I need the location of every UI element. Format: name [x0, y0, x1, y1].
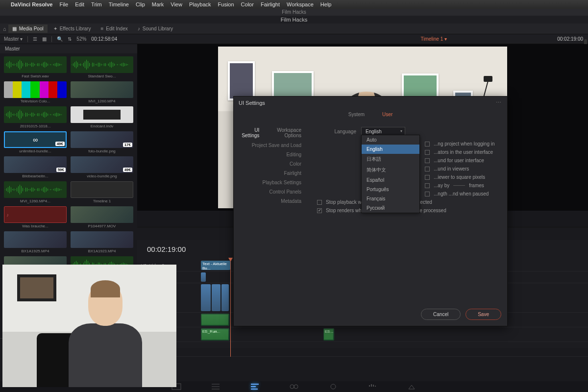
menu-fairlight[interactable]: Fairlight — [261, 1, 280, 7]
clip-audio[interactable] — [201, 314, 229, 326]
clip-video[interactable] — [201, 272, 206, 282]
side-panels[interactable]: Control Panels — [234, 187, 307, 196]
media-thumbnail[interactable]: Fast Swish.wav — [4, 56, 67, 78]
media-thumbnail[interactable]: MVI_1260.MP4 — [71, 81, 133, 103]
side-editing[interactable]: Editing — [234, 150, 307, 159]
media-thumbnail[interactable]: P1044977.MOV — [71, 206, 133, 228]
check-square-px[interactable]: ...iewer to square pixels — [425, 174, 497, 180]
track-a2[interactable]: ES_Run... ES... — [201, 327, 588, 342]
tab-sound-library[interactable]: ♪ Sound Library — [134, 24, 177, 33]
lang-option-english[interactable]: English — [362, 145, 419, 154]
page-cut-icon[interactable] — [211, 383, 220, 390]
clip-video[interactable] — [212, 284, 220, 311]
page-fusion-icon[interactable] — [289, 383, 299, 390]
side-ui-settings[interactable]: UI SettingsWorkspace Options — [234, 125, 307, 141]
side-color[interactable]: Color — [234, 159, 307, 169]
page-color-icon[interactable] — [328, 383, 338, 390]
tab-effects-library[interactable]: ✦ Effects Library — [49, 24, 95, 33]
clip-video[interactable] — [201, 284, 211, 311]
menu-fusion[interactable]: Fusion — [218, 1, 234, 7]
checkbox-icon[interactable] — [425, 175, 430, 180]
clip-text[interactable]: Text - Aktuelle Bu... — [201, 261, 230, 270]
page-fairlight-icon[interactable] — [368, 383, 377, 390]
menu-app[interactable]: DaVinci Resolve — [11, 1, 52, 7]
check-paused[interactable]: ...ngth ...nd when paused — [425, 191, 497, 196]
menu-workspace[interactable]: Workspace — [287, 1, 314, 7]
lang-option-portuguese[interactable]: Português — [362, 185, 419, 194]
media-thumbnail[interactable]: BX1A1925.MP4 — [4, 231, 67, 253]
view-grid-icon[interactable]: ▦ — [42, 36, 47, 42]
check-gray-viewer[interactable]: ...und in viewers — [425, 166, 497, 172]
lang-option-auto[interactable]: Auto — [362, 135, 419, 145]
lang-option-russian[interactable]: Русский — [362, 203, 419, 213]
tab-system[interactable]: System — [344, 111, 368, 118]
search-icon[interactable]: 🔍 — [57, 36, 63, 42]
media-thumbnail[interactable]: Endcard.indv — [71, 106, 133, 128]
side-save-load[interactable]: Project Save and Load — [234, 141, 307, 150]
bin-master[interactable]: Master — [0, 44, 137, 53]
check-gray-ui[interactable]: ...und for user interface — [425, 158, 497, 163]
home-icon[interactable]: ⌂ — [3, 26, 6, 32]
clip-audio[interactable]: ES... — [323, 328, 334, 341]
checkbox-icon[interactable] — [425, 192, 430, 196]
media-thumbnail[interactable]: 59€Bildbearbeitn... — [4, 156, 67, 178]
media-thumbnail[interactable]: BX1A1923.MP4 — [71, 231, 133, 253]
check-delay[interactable]: ...ay byframes — [425, 183, 497, 188]
side-metadata[interactable]: Metadata — [234, 196, 307, 206]
save-button[interactable]: Save — [466, 309, 501, 320]
media-thumbnail[interactable]: Standard Swo... — [71, 56, 133, 78]
dialog-titlebar[interactable]: UI Settings ⋯ — [234, 97, 507, 109]
delay-input[interactable] — [453, 185, 465, 186]
media-thumbnail[interactable]: Timeline 1 — [71, 181, 133, 203]
checkbox-icon[interactable]: ✓ — [317, 208, 322, 213]
menu-file[interactable]: File — [59, 1, 68, 7]
page-deliver-icon[interactable] — [407, 383, 416, 390]
menu-timeline[interactable]: Timeline — [109, 1, 129, 7]
lang-option-chinese[interactable]: 简体中文 — [362, 165, 419, 175]
side-workspace-label[interactable]: Workspace Options — [266, 127, 301, 138]
menu-view[interactable]: View — [171, 1, 182, 7]
menu-help[interactable]: Help — [320, 1, 332, 7]
lang-option-spanish[interactable]: Español — [362, 175, 419, 185]
lang-option-french[interactable]: Français — [362, 194, 419, 203]
checkbox-icon[interactable] — [425, 142, 430, 147]
page-edit-icon[interactable] — [250, 383, 260, 390]
tab-edit-index[interactable]: ≡ Edit Index — [97, 24, 131, 33]
media-thumbnail[interactable]: MVI_1260.MP4... — [4, 181, 67, 203]
sort-icon[interactable]: ⇅ — [68, 36, 72, 42]
checkbox-icon[interactable] — [425, 150, 430, 155]
tab-media-pool[interactable]: ▦ Media Pool — [8, 24, 48, 33]
timeline-name[interactable]: Timeline 1 ▾ — [420, 36, 447, 42]
checkbox-icon[interactable] — [317, 200, 322, 205]
side-fairlight[interactable]: Fairlight — [234, 169, 307, 178]
view-list-icon[interactable]: ☰ — [33, 36, 37, 42]
media-thumbnail[interactable]: Television Colo... — [4, 81, 67, 103]
tab-user[interactable]: User — [378, 111, 396, 118]
checkbox-icon[interactable] — [425, 183, 430, 188]
zoom-value[interactable]: 52% — [76, 36, 86, 42]
track-a3[interactable] — [201, 342, 588, 357]
clip-video[interactable] — [221, 284, 229, 311]
menu-playback[interactable]: Playback — [189, 1, 211, 7]
menu-trim[interactable]: Trim — [91, 1, 102, 7]
menu-clip[interactable]: Clip — [136, 1, 145, 7]
dialog-menu-icon[interactable]: ⋯ — [496, 99, 502, 106]
menu-edit[interactable]: Edit — [75, 1, 84, 7]
cancel-button[interactable]: Cancel — [421, 309, 461, 320]
media-thumbnail[interactable]: 17€foto-bundle.png — [71, 131, 133, 153]
checkbox-icon[interactable] — [425, 167, 430, 172]
clip-audio[interactable]: ES_Run... — [201, 328, 229, 341]
media-thumbnail[interactable]: 49€video-bundle.png — [71, 156, 133, 178]
check-reload[interactable]: ...ng project when logging in — [425, 141, 497, 147]
side-playback[interactable]: Playback Settings — [234, 178, 307, 187]
media-thumbnail[interactable]: ∞49€unlimited-bundle... — [4, 131, 67, 153]
media-thumbnail[interactable]: 20191015-1018... — [4, 106, 67, 128]
check-focus[interactable]: ...ators in the user interface — [425, 149, 497, 155]
checkbox-icon[interactable] — [425, 158, 430, 163]
playhead[interactable] — [230, 260, 231, 357]
menu-color[interactable]: Color — [241, 1, 254, 7]
bin-dropdown[interactable]: Master ▾ — [4, 36, 23, 42]
lang-option-japanese[interactable]: 日本語 — [362, 154, 419, 165]
menu-mark[interactable]: Mark — [152, 1, 164, 7]
media-thumbnail[interactable]: ♪Was brauche... — [4, 206, 67, 228]
